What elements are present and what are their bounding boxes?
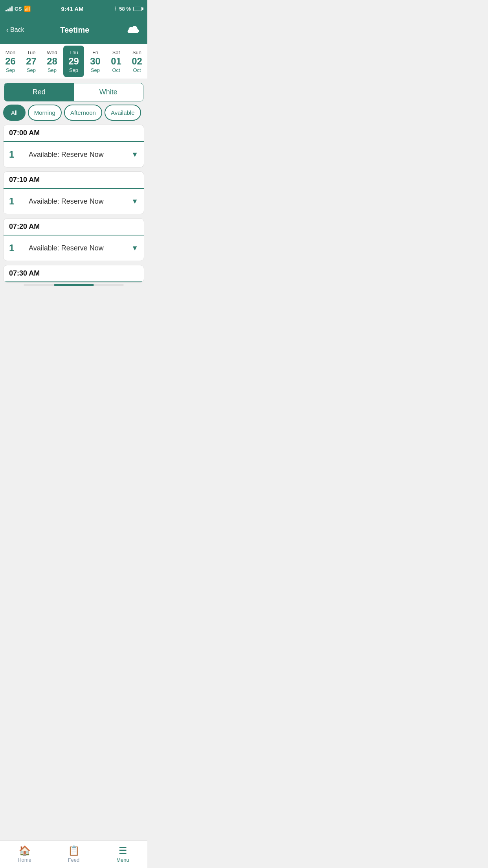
filter-btn-afternoon[interactable]: Afternoon [64, 105, 102, 121]
back-button[interactable]: ‹ Back [6, 26, 24, 34]
slot-arrow-icon-0[interactable]: ▼ [131, 151, 138, 159]
nav-label-feed: Feed [68, 857, 80, 863]
nav-label-home: Home [18, 857, 31, 863]
slot-body-2: 1 Available: Reserve Now ▼ [4, 235, 144, 261]
home-icon: 🏠 [19, 846, 31, 855]
calendar-day-sun[interactable]: Sun 02 Oct [127, 44, 147, 79]
slot-label-2: Available: Reserve Now [25, 244, 131, 252]
calendar-day-tue[interactable]: Tue 27 Sep [21, 44, 42, 79]
status-bar: GS 📶 9:41 AM ᛒ 58 % [0, 0, 147, 17]
slot-time-0: 07:00 AM [4, 125, 144, 142]
slot-time-3: 07:30 AM [4, 265, 144, 282]
cal-num: 30 [90, 56, 101, 66]
slot-time-1: 07:10 AM [4, 172, 144, 189]
carrier-label: GS [15, 6, 22, 12]
status-left: GS 📶 [6, 6, 31, 12]
cal-dow: Wed [47, 50, 57, 55]
cal-num: 28 [47, 56, 57, 66]
scroll-indicator [24, 284, 124, 286]
scroll-thumb [54, 284, 94, 286]
menu-icon: ☰ [119, 846, 127, 855]
cal-dow: Tue [27, 50, 36, 55]
slot-count-0: 1 [9, 149, 25, 160]
slot-arrow-icon-1[interactable]: ▼ [131, 197, 138, 206]
cal-mon: Sep [48, 67, 57, 73]
slot-label-0: Available: Reserve Now [25, 151, 131, 159]
cloud-icon[interactable] [125, 22, 141, 38]
page-title: Teetime [60, 26, 89, 35]
nav-label-menu: Menu [116, 857, 129, 863]
tee-slot-1[interactable]: 07:10 AM 1 Available: Reserve Now ▼ [3, 171, 144, 214]
filter-btn-available[interactable]: Available [105, 105, 141, 121]
calendar-day-fri[interactable]: Fri 30 Sep [85, 44, 106, 79]
slot-count-1: 1 [9, 196, 25, 207]
calendar-day-thu[interactable]: Thu 29 Sep [63, 46, 84, 77]
cal-num: 27 [26, 56, 37, 66]
header: ‹ Back Teetime [0, 17, 147, 44]
calendar-day-wed[interactable]: Wed 28 Sep [42, 44, 62, 79]
feed-icon: 📋 [68, 846, 80, 855]
cal-dow: Fri [92, 50, 98, 55]
tee-slot-3[interactable]: 07:30 AM [3, 265, 144, 283]
filter-btn-all[interactable]: All [3, 105, 26, 121]
cal-mon: Oct [133, 67, 141, 73]
calendar-day-sat[interactable]: Sat 01 Oct [106, 44, 127, 79]
cal-mon: Sep [6, 67, 15, 73]
battery-percent: 58 % [119, 6, 131, 12]
cal-dow: Sun [132, 50, 141, 55]
slot-count-2: 1 [9, 243, 25, 254]
bottom-nav: 🏠Home📋Feed☰Menu [0, 840, 147, 868]
filter-row: AllMorningAfternoonAvailable [3, 105, 144, 121]
cal-num: 02 [132, 56, 142, 66]
course-btn-red[interactable]: Red [4, 83, 74, 101]
cal-dow: Sat [112, 50, 120, 55]
slot-arrow-icon-2[interactable]: ▼ [131, 244, 138, 252]
cal-mon: Sep [69, 67, 78, 73]
cal-num: 01 [111, 56, 121, 66]
nav-item-menu[interactable]: ☰Menu [98, 841, 147, 868]
course-selector: RedWhite [4, 83, 143, 101]
tee-slot-0[interactable]: 07:00 AM 1 Available: Reserve Now ▼ [3, 125, 144, 167]
back-label: Back [10, 26, 24, 33]
back-chevron-icon: ‹ [6, 26, 9, 34]
tee-slot-2[interactable]: 07:20 AM 1 Available: Reserve Now ▼ [3, 218, 144, 261]
cal-num: 26 [5, 56, 16, 66]
cal-mon: Sep [27, 67, 36, 73]
nav-item-home[interactable]: 🏠Home [0, 841, 49, 868]
filter-btn-morning[interactable]: Morning [28, 105, 62, 121]
status-right: ᛒ 58 % [114, 6, 142, 12]
calendar-day-mon[interactable]: Mon 26 Sep [0, 44, 21, 79]
slot-label-1: Available: Reserve Now [25, 197, 131, 206]
slot-body-1: 1 Available: Reserve Now ▼ [4, 189, 144, 214]
slots-container: 07:00 AM 1 Available: Reserve Now ▼ 07:1… [0, 125, 147, 283]
cal-num: 29 [68, 56, 79, 66]
course-btn-white[interactable]: White [74, 83, 143, 101]
slot-time-2: 07:20 AM [4, 219, 144, 235]
slot-body-0: 1 Available: Reserve Now ▼ [4, 142, 144, 167]
wifi-icon: 📶 [24, 6, 31, 12]
bluetooth-icon: ᛒ [114, 6, 117, 11]
cal-mon: Oct [112, 67, 120, 73]
time-display: 9:41 AM [61, 6, 84, 12]
signal-icon [6, 6, 13, 11]
nav-item-feed[interactable]: 📋Feed [49, 841, 98, 868]
cal-dow: Thu [69, 50, 78, 55]
calendar-strip: Mon 26 Sep Tue 27 Sep Wed 28 Sep Thu 29 … [0, 44, 147, 79]
battery-icon [133, 7, 142, 11]
cal-mon: Sep [91, 67, 100, 73]
cal-dow: Mon [6, 50, 15, 55]
